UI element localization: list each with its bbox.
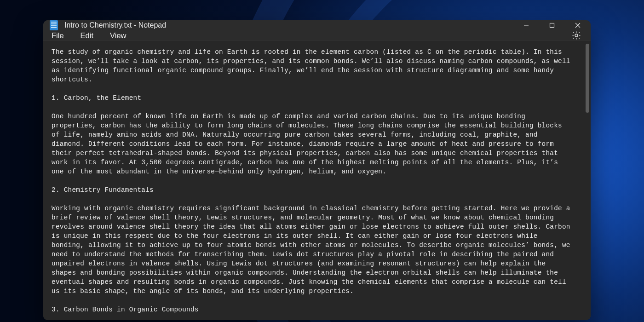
window-controls [513,20,591,30]
svg-point-4 [575,34,578,37]
scrollbar-thumb[interactable] [586,44,589,113]
maximize-button[interactable] [539,20,565,30]
menu-edit[interactable]: Edit [80,31,93,40]
svg-rect-1 [550,23,554,28]
close-icon [575,23,581,28]
vertical-scrollbar[interactable] [584,41,591,320]
settings-button[interactable] [571,30,581,40]
editor-area: The study of organic chemistry and life … [43,41,591,320]
menu-file[interactable]: File [52,31,64,40]
minimize-button[interactable] [513,20,539,30]
window-title: Intro to Chemistry.txt - Notepad [64,21,166,29]
text-editor[interactable]: The study of organic chemistry and life … [43,41,584,320]
gear-icon [571,30,581,40]
notepad-app-icon [50,20,58,30]
close-button[interactable] [565,20,591,30]
notepad-window: Intro to Chemistry.txt - Notepad File Ed… [43,20,591,320]
menu-view[interactable]: View [110,31,126,40]
minimize-icon [523,23,529,28]
titlebar[interactable]: Intro to Chemistry.txt - Notepad [43,20,591,30]
menubar: File Edit View [43,30,591,41]
maximize-icon [549,23,555,28]
